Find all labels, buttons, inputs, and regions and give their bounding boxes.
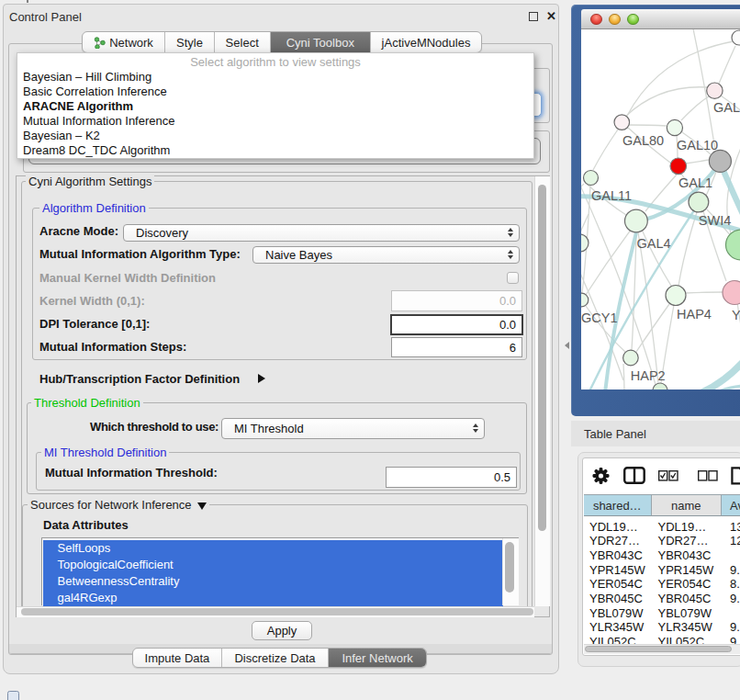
table-row[interactable]: YER054CYER054C8. <box>584 577 740 592</box>
table-cell: YIL052C <box>589 635 636 644</box>
mi-steps-label: Mutual Information Steps: <box>39 340 186 355</box>
table-row[interactable]: YBR043CYBR043C <box>584 548 740 563</box>
table-row[interactable]: YBL079WYBL079W <box>584 606 740 621</box>
table-row[interactable]: YPR145WYPR145W9. <box>584 563 740 578</box>
close-panel-icon[interactable]: ✕ <box>544 8 558 24</box>
attributes-list-scrollbar-thumb[interactable] <box>505 542 514 593</box>
algorithm-option[interactable]: Basic Correlation Inference <box>17 85 533 99</box>
tab-label: Impute Data <box>145 651 210 665</box>
network-window-titlebar[interactable] <box>581 9 740 29</box>
kernel-width-field[interactable]: 0.0 <box>391 290 522 311</box>
manual-kernel-checkbox[interactable] <box>507 272 519 284</box>
network-node-SWI4[interactable] <box>689 192 709 212</box>
column-header[interactable]: Average… <box>722 494 740 516</box>
network-node-GAL11[interactable] <box>584 170 599 185</box>
table-row[interactable]: YIL052CYIL052C9. <box>584 635 740 644</box>
table-row[interactable]: YBR045CYBR045C9. <box>584 592 740 606</box>
table-cell: YDL19… <box>589 520 638 535</box>
zoom-traffic-light-icon[interactable] <box>627 14 639 26</box>
network-node-GCY1[interactable] <box>581 293 589 307</box>
deselect-all-icon[interactable] <box>698 470 718 481</box>
network-node-GAL10[interactable] <box>667 119 682 135</box>
cytopanel-dock-icon[interactable] <box>7 691 19 700</box>
algorithm-option[interactable]: Mutual Information Inference <box>17 114 533 129</box>
network-node-n-green[interactable] <box>726 230 740 260</box>
table-horizontal-scrollbar-thumb[interactable] <box>585 646 732 653</box>
attribute-item[interactable]: BetweennessCentrality <box>43 573 503 590</box>
table-cell: YLR345W <box>589 620 644 635</box>
table-cell: 12 <box>730 534 740 548</box>
tab-style[interactable]: Style <box>165 32 215 52</box>
table-row[interactable]: YDR27…YDR27…12 <box>584 534 740 548</box>
aracne-mode-value: Discovery <box>124 226 502 240</box>
tab-select[interactable]: Select <box>215 32 271 52</box>
cyni-bottom-tab-bar: Impute DataDiscretize DataInfer Network <box>132 648 427 668</box>
table-cell: YPR145W <box>589 563 645 578</box>
network-edge <box>593 130 618 170</box>
gear-icon[interactable] <box>592 467 610 485</box>
tab-cyni-toolbox[interactable]: Cyni Toolbox <box>271 32 372 52</box>
tab-discretize-data[interactable]: Discretize Data <box>222 649 329 667</box>
collapse-arrow-icon[interactable] <box>197 502 207 510</box>
network-node-n-top[interactable] <box>732 30 740 45</box>
split-columns-icon[interactable] <box>623 467 645 484</box>
close-traffic-light-icon[interactable] <box>590 14 602 26</box>
network-node-GAL1[interactable] <box>670 158 687 175</box>
table-cell: 9. <box>730 563 740 578</box>
algorithm-option[interactable]: ARACNE Algorithm <box>17 99 533 114</box>
expand-arrow-icon[interactable] <box>258 374 265 383</box>
tab-impute-data[interactable]: Impute Data <box>133 649 222 667</box>
network-node-label: HAP2 <box>631 367 666 382</box>
aracne-mode-combobox[interactable]: Discovery <box>123 224 520 243</box>
popup-prompt: Select algorithm to view settings <box>17 55 533 70</box>
minimize-traffic-light-icon[interactable] <box>609 14 621 26</box>
network-canvas[interactable]: GAL7GAL80GAL10GAL1GAL11SWI4GAL4GCY1HAP4Y… <box>581 29 740 390</box>
mi-steps-field[interactable]: 6 <box>391 337 523 357</box>
algorithm-option[interactable]: Bayesian – K2 <box>17 129 533 143</box>
network-node-n-pink[interactable] <box>723 280 740 304</box>
attribute-item[interactable]: gal4RGexp <box>43 590 503 606</box>
which-threshold-value: MI Threshold <box>222 422 467 435</box>
mi-type-combobox[interactable]: Naive Bayes <box>252 246 520 264</box>
network-node-HAP2[interactable] <box>623 350 639 366</box>
network-node-GAL80[interactable] <box>614 114 630 130</box>
settings-vertical-scrollbar-thumb[interactable] <box>538 185 546 531</box>
select-all-icon[interactable] <box>658 470 678 481</box>
data-attributes-list[interactable]: SelfLoopsTopologicalCoefficientBetweenne… <box>41 537 519 605</box>
table-cell: YIL052C <box>658 635 705 644</box>
network-node-label: GAL11 <box>591 188 632 203</box>
settings-group-title: Cyni Algorithm Settings <box>26 175 154 187</box>
network-node-n-gray[interactable] <box>709 150 731 172</box>
combo-arrows-icon <box>502 250 519 259</box>
table-row[interactable]: YDL19…YDL19…13 <box>584 520 740 535</box>
network-node-GAL7[interactable] <box>707 83 723 98</box>
attribute-item[interactable]: TopologicalCoefficient <box>43 557 503 573</box>
table-cell: YBR043C <box>589 548 643 563</box>
table-row[interactable]: YLR345WYLR345W9. <box>584 620 740 635</box>
new-table-icon[interactable] <box>731 467 740 485</box>
mi-type-label: Mutual Information Algorithm Type: <box>39 247 241 262</box>
algorithm-option[interactable]: Bayesian – Hill Climbing <box>17 70 533 85</box>
network-edge <box>719 46 735 84</box>
settings-horizontal-scrollbar-thumb[interactable] <box>21 608 533 615</box>
network-edge <box>678 212 697 286</box>
which-threshold-combobox[interactable]: MI Threshold <box>221 418 485 439</box>
attribute-item[interactable]: SelfLoops <box>43 540 503 557</box>
network-node-GAL4[interactable] <box>625 209 648 232</box>
mi-threshold-field[interactable]: 0.5 <box>386 467 517 488</box>
column-header[interactable]: shared… <box>584 494 652 516</box>
tab-label: Infer Network <box>342 651 412 665</box>
network-node-HAP4[interactable] <box>666 285 686 305</box>
tab-jactivemnodules[interactable]: jActiveMNodules <box>371 32 481 52</box>
tab-network[interactable]: Network <box>83 32 165 52</box>
float-panel-icon[interactable] <box>529 12 538 21</box>
split-pane-collapse-icon[interactable] <box>565 342 569 349</box>
algorithm-option[interactable]: Dream8 DC_TDC Algorithm <box>17 143 533 158</box>
sources-group-title: Sources for Network Inference <box>28 499 209 511</box>
column-header[interactable]: name <box>652 494 723 516</box>
table-cell: YER054C <box>658 577 712 592</box>
tab-infer-network[interactable]: Infer Network <box>329 649 426 667</box>
table-cell: YER054C <box>589 577 643 592</box>
dpi-tolerance-field[interactable]: 0.0 <box>390 314 523 335</box>
apply-button[interactable]: Apply <box>252 621 312 640</box>
